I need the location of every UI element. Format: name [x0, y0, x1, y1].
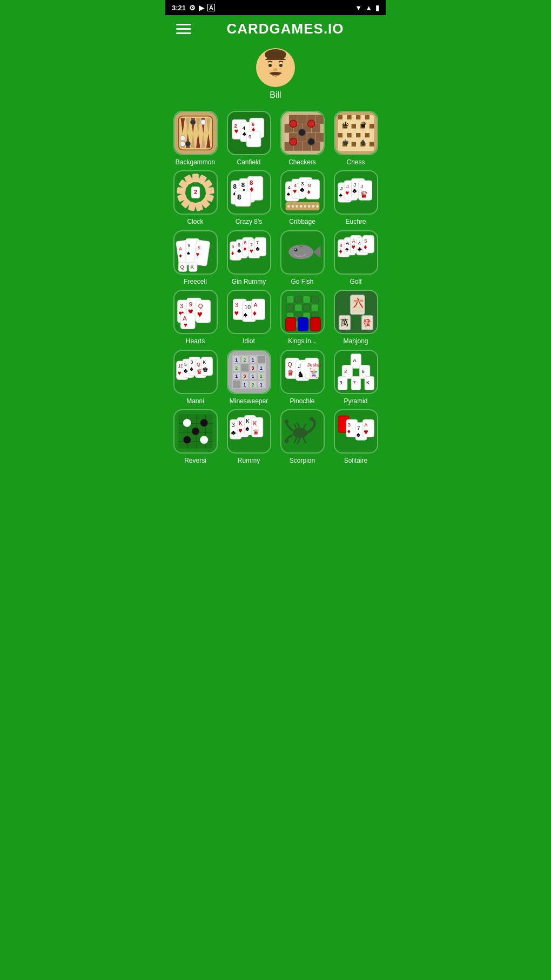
svg-text:Q: Q: [180, 264, 184, 270]
game-item-rummy[interactable]: 3 ♣ K ♥ K ♠ K ♛ Rummy: [224, 409, 273, 464]
svg-text:♠: ♠: [243, 311, 247, 319]
svg-rect-71: [347, 133, 351, 137]
svg-text:7: 7: [357, 425, 359, 431]
svg-text:1: 1: [235, 357, 238, 363]
header: CARDGAMES.IO: [165, 15, 386, 43]
svg-rect-237: [298, 318, 308, 331]
svg-point-23: [190, 119, 196, 125]
svg-point-328: [183, 436, 191, 444]
svg-point-125: [291, 205, 294, 208]
game-icon-minesweeper: 1 2 1 2 3 1 1 3 1 2 1 2 1: [227, 350, 271, 394]
game-item-gofish[interactable]: Go Fish: [278, 230, 327, 285]
svg-text:♦: ♦: [307, 188, 310, 196]
menu-button[interactable]: [174, 22, 193, 36]
wifi-icon: ▼: [355, 4, 362, 12]
svg-text:♠: ♠: [339, 191, 342, 199]
svg-rect-77: [369, 142, 373, 146]
svg-text:Jester: Jester: [307, 361, 321, 367]
svg-text:Q: Q: [198, 303, 203, 310]
svg-point-129: [307, 205, 310, 208]
svg-rect-224: [286, 304, 293, 311]
game-item-golf[interactable]: 8 ♦ A ♠ A ♥ 4 ♣ 5 ♦ Golf: [331, 230, 380, 285]
svg-point-131: [316, 205, 319, 208]
game-item-ginrummy[interactable]: 5 ♦ 6 ♣ 6 ♦ 7 ♥ 7 ♣ Gin Rummy: [224, 230, 273, 285]
signal-icon: ▲: [365, 4, 372, 12]
svg-text:♦: ♦: [347, 428, 350, 435]
game-item-reversi[interactable]: Reversi: [171, 409, 220, 464]
game-item-scorpion[interactable]: Scorpion: [278, 409, 327, 464]
game-item-checkers[interactable]: Checkers: [278, 111, 327, 166]
svg-text:2: 2: [259, 374, 262, 379]
game-icon-rummy: 3 ♣ K ♥ K ♠ K ♛: [227, 409, 271, 454]
game-icon-gofish: [280, 230, 325, 275]
game-label-kings: Kings in...: [288, 337, 317, 345]
game-item-pinochle[interactable]: Q ♛ J ♞ Jester 🃏 Pinochle: [278, 350, 327, 405]
game-icon-manni: 10 ♥ 5 ♣ 3 ♠ Q ♛ K ♚: [173, 350, 218, 394]
svg-text:♛: ♛: [359, 190, 367, 201]
game-item-pyramid[interactable]: A 2 6 9 7 K Pyramid: [331, 350, 380, 405]
game-label-canfield: Canfield: [237, 158, 260, 166]
game-label-solitaire: Solitaire: [344, 457, 367, 464]
svg-text:♠: ♠: [286, 190, 290, 198]
svg-text:♠: ♠: [245, 424, 249, 432]
game-item-crazy8[interactable]: 8 ♠ 8 ♣ 8 ♦ 8 Crazy 8's: [224, 170, 273, 225]
svg-text:♔: ♔: [342, 120, 349, 129]
svg-text:♠: ♠: [186, 250, 190, 256]
game-icon-cribbage: 4 ♠ 4 ♥ 3 ♣ 8 ♦: [280, 170, 325, 215]
avatar[interactable]: [256, 48, 295, 87]
game-item-euchre[interactable]: J ♠ J ♥ J ♣ J ♛ Euchre: [331, 170, 380, 225]
svg-rect-226: [303, 304, 310, 311]
svg-rect-65: [365, 115, 369, 119]
game-item-manni[interactable]: 10 ♥ 5 ♣ 3 ♠ Q ♛ K ♚ Manni: [171, 350, 220, 405]
svg-text:K: K: [238, 421, 242, 426]
svg-rect-86: [205, 188, 214, 195]
game-item-canfield[interactable]: 2 ♥ 4 ♠ 6 ♦ 9 Canfield: [224, 111, 273, 166]
svg-text:J: J: [353, 182, 356, 188]
svg-text:2: 2: [235, 365, 238, 371]
game-label-mahjong: Mahjong: [343, 337, 368, 345]
game-item-backgammon[interactable]: Backgammon: [171, 111, 220, 166]
svg-text:K: K: [203, 359, 206, 364]
svg-text:♚: ♚: [202, 365, 209, 374]
game-icon-golf: 8 ♦ A ♠ A ♥ 4 ♣ 5 ♦: [334, 230, 378, 275]
svg-text:10: 10: [244, 304, 251, 310]
game-item-minesweeper[interactable]: 1 2 1 2 3 1 1 3 1 2 1 2 1 Minesweeper: [224, 350, 273, 405]
game-item-freecell[interactable]: A ♦ 9 ♠ 6 ♥ Q K Freecell: [171, 230, 220, 285]
svg-rect-73: [365, 133, 369, 137]
svg-text:♦: ♦: [231, 250, 234, 256]
svg-point-178: [294, 248, 297, 251]
game-item-idiot[interactable]: 3 ♥ 10 ♠ A ♦ Idiot: [224, 290, 273, 345]
game-item-solitaire[interactable]: 3 ♦ 7 ♠ A ♥ Solitaire: [331, 409, 380, 464]
svg-text:♦: ♦: [364, 243, 367, 251]
svg-text:9: 9: [339, 379, 342, 385]
svg-text:♠: ♠: [190, 365, 193, 372]
svg-point-55: [290, 120, 297, 127]
game-label-chess: Chess: [346, 158, 365, 166]
svg-text:8: 8: [339, 242, 342, 248]
svg-rect-75: [351, 142, 355, 146]
game-item-cribbage[interactable]: 4 ♠ 4 ♥ 3 ♣ 8 ♦ Cribbage: [278, 170, 327, 225]
svg-text:3: 3: [251, 365, 254, 371]
svg-text:3: 3: [347, 422, 350, 428]
svg-point-345: [310, 417, 314, 421]
game-item-clock[interactable]: 2 Clock: [171, 170, 220, 225]
svg-text:♥: ♥: [345, 189, 349, 197]
svg-text:♚: ♚: [342, 138, 349, 147]
game-item-kings[interactable]: Kings in...: [278, 290, 327, 345]
svg-text:♥: ♥: [197, 310, 202, 320]
svg-point-128: [304, 205, 306, 208]
svg-point-20: [180, 141, 185, 146]
svg-text:♣: ♣: [231, 429, 236, 437]
game-item-hearts[interactable]: 3 ♥ 9 ♥ Q ♥ A ♥ Hearts: [171, 290, 220, 345]
game-icon-euchre: J ♠ J ♥ J ♣ J ♛: [334, 170, 378, 215]
svg-text:♠: ♠: [242, 130, 246, 138]
svg-rect-72: [356, 133, 360, 137]
svg-rect-42: [315, 115, 323, 124]
svg-rect-83: [192, 174, 198, 182]
game-item-chess[interactable]: ♔ ♛ ♚ ♞ Chess: [331, 111, 380, 166]
svg-text:♥: ♥: [364, 428, 368, 436]
game-icon-canfield: 2 ♥ 4 ♠ 6 ♦ 9: [227, 111, 271, 155]
game-item-mahjong[interactable]: 六 萬 發 Mahjong: [331, 290, 380, 345]
svg-text:6: 6: [238, 242, 240, 247]
game-label-clock: Clock: [187, 218, 203, 225]
